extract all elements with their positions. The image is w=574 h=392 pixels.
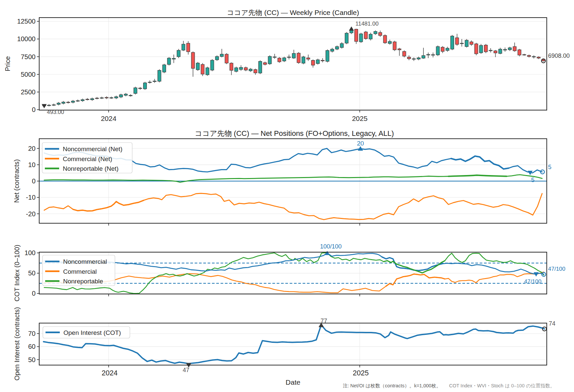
svg-text:COT Index (0–100): COT Index (0–100) bbox=[13, 245, 21, 302]
svg-text:7500: 7500 bbox=[21, 53, 36, 60]
svg-text:6908.00: 6908.00 bbox=[548, 52, 570, 59]
svg-text:は 0–100 の位置指数。: は 0–100 の位置指数。 bbox=[505, 383, 555, 388]
svg-text:493.00: 493.00 bbox=[47, 109, 64, 115]
svg-text:60: 60 bbox=[28, 343, 36, 350]
svg-text:Open Interest (COT): Open Interest (COT) bbox=[63, 329, 121, 336]
svg-text:Noncommercial: Noncommercial bbox=[63, 258, 107, 265]
svg-text:70: 70 bbox=[28, 330, 36, 337]
svg-text:0: 0 bbox=[32, 290, 36, 297]
svg-text:10: 10 bbox=[28, 161, 36, 168]
svg-text:Nonreportable: Nonreportable bbox=[63, 278, 103, 285]
svg-text:Net (contracts): Net (contracts) bbox=[13, 159, 20, 203]
svg-text:-20: -20 bbox=[26, 210, 36, 218]
svg-text:100: 100 bbox=[25, 249, 36, 256]
svg-text:12500: 12500 bbox=[17, 18, 36, 25]
svg-text:47/100: 47/100 bbox=[548, 266, 565, 272]
svg-text:Open Interest (contracts): Open Interest (contracts) bbox=[13, 307, 21, 380]
svg-text:ココア先物 (CC) — Weekly Price (Can: ココア先物 (CC) — Weekly Price (Candle) bbox=[227, 9, 359, 16]
svg-text:2500: 2500 bbox=[21, 88, 36, 96]
svg-text:11481.00: 11481.00 bbox=[355, 21, 379, 27]
svg-text:注: Net/OI は枚数（contracts）。k=1,0: 注: Net/OI は枚数（contracts）。k=1,000枚。 bbox=[343, 383, 441, 388]
svg-text:50: 50 bbox=[28, 269, 36, 277]
svg-text:0: 0 bbox=[32, 106, 36, 113]
svg-text:Date: Date bbox=[286, 378, 300, 386]
svg-text:Noncommercial (Net): Noncommercial (Net) bbox=[63, 146, 122, 152]
svg-text:47/100: 47/100 bbox=[524, 278, 541, 285]
svg-text:Commercial: Commercial bbox=[63, 268, 97, 275]
svg-text:5: 5 bbox=[531, 177, 534, 183]
svg-text:Price: Price bbox=[4, 56, 11, 71]
svg-text:COT Index・WVI・Stoch: COT Index・WVI・Stoch bbox=[449, 383, 503, 388]
svg-text:5: 5 bbox=[548, 164, 551, 170]
svg-text:20: 20 bbox=[357, 140, 364, 147]
svg-text:100/100: 100/100 bbox=[320, 243, 341, 250]
svg-text:47: 47 bbox=[183, 367, 189, 373]
svg-text:50: 50 bbox=[28, 356, 36, 363]
svg-text:0: 0 bbox=[32, 177, 36, 185]
svg-text:-10: -10 bbox=[26, 194, 36, 201]
svg-text:2025: 2025 bbox=[353, 369, 369, 377]
svg-text:10000: 10000 bbox=[17, 35, 36, 43]
svg-text:ココア先物 (CC) — Net Positions (FO: ココア先物 (CC) — Net Positions (FO+Options, … bbox=[195, 129, 394, 138]
svg-text:Commercial (Net): Commercial (Net) bbox=[63, 155, 112, 162]
svg-text:2024: 2024 bbox=[102, 369, 118, 377]
svg-text:5000: 5000 bbox=[21, 71, 36, 78]
svg-text:2025: 2025 bbox=[352, 115, 368, 122]
svg-text:Nonreportable (Net): Nonreportable (Net) bbox=[63, 165, 119, 172]
svg-text:2024: 2024 bbox=[101, 115, 117, 122]
svg-text:20: 20 bbox=[28, 145, 36, 152]
svg-text:74: 74 bbox=[549, 320, 555, 327]
